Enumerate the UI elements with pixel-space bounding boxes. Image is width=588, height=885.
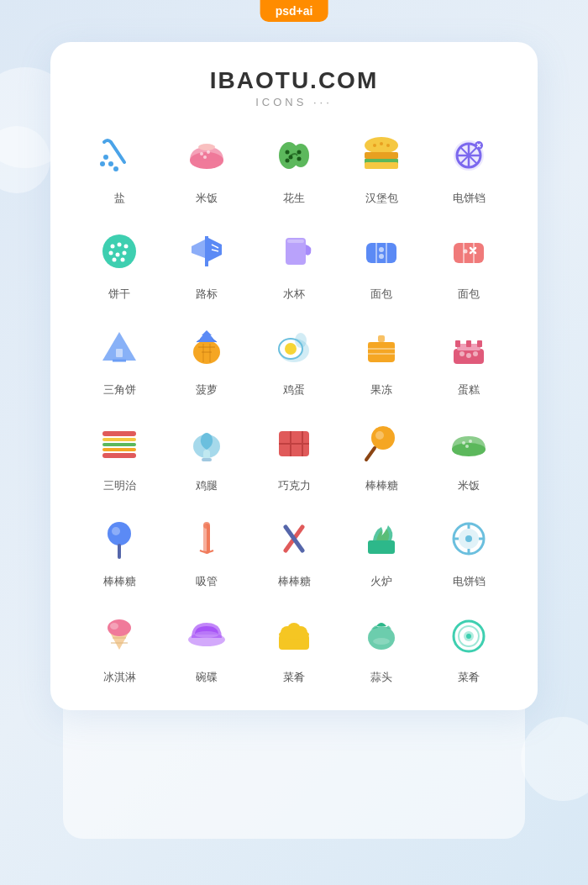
icon-label-caiqin2: 菜肴: [458, 670, 480, 685]
svg-point-5: [198, 144, 215, 150]
icon-item-bangbangtang1: 棒棒糖: [338, 413, 425, 493]
icon-box-bingqilin: [89, 604, 150, 665]
icon-label-bingqilin: 冰淇淋: [103, 670, 136, 685]
icon-label-bangbangtang1: 棒棒糖: [365, 478, 398, 493]
icon-item-dianbingjia2: 电饼铛: [425, 508, 512, 589]
icon-box-xiguan: [176, 508, 237, 569]
icon-box-sanjiaobeng: [89, 317, 150, 377]
card-subtitle: ICONS ···: [76, 96, 512, 108]
svg-point-14: [297, 150, 302, 155]
icon-box-bangbangtang2: [89, 508, 150, 569]
svg-rect-85: [102, 438, 136, 441]
format-badge: psd+ai: [260, 0, 328, 22]
svg-point-0: [103, 155, 108, 160]
svg-point-12: [289, 155, 293, 160]
icon-item-caiqin2: 菜肴: [425, 604, 512, 685]
icon-label-mifan2: 米饭: [458, 478, 480, 493]
svg-rect-49: [366, 243, 396, 263]
icon-label-shuibei: 水杯: [283, 287, 305, 302]
svg-rect-72: [368, 342, 395, 347]
icon-box-guodong: [351, 317, 412, 377]
icons-grid: 盐米饭花生汉堡包电饼铛饼干路标水杯面包面包三角饼菠萝鸡蛋果冻蛋糕三明治鸡腿巧克力…: [76, 125, 512, 685]
icon-box-huasheng: [264, 125, 324, 186]
svg-point-101: [469, 440, 472, 443]
icon-label-yan: 盐: [114, 191, 125, 206]
icon-item-yan: 盐: [76, 125, 163, 206]
svg-point-36: [124, 245, 129, 249]
svg-point-82: [466, 353, 471, 358]
svg-rect-78: [455, 340, 460, 347]
icon-item-xiguan: 吸管: [163, 508, 250, 589]
icon-box-mianbao1: [351, 221, 412, 282]
svg-point-52: [379, 247, 384, 252]
svg-point-20: [373, 144, 376, 147]
svg-point-7: [207, 150, 210, 154]
bg-decoration-3: [521, 717, 588, 801]
icon-label-binggan: 饼干: [108, 287, 130, 302]
icon-item-sanmingzhi: 三明治: [76, 413, 163, 493]
icon-box-huolu: [351, 508, 412, 569]
card-header: IBAOTU.COM ICONS ···: [76, 67, 512, 108]
icon-label-lubiao: 路标: [196, 287, 218, 302]
svg-point-97: [375, 431, 384, 440]
icon-label-huasheng: 花生: [283, 191, 305, 206]
icon-box-jitui: [176, 413, 237, 473]
icon-box-mifan2: [438, 413, 499, 473]
svg-point-13: [286, 159, 290, 163]
icon-item-dianbingjia1: 电饼铛: [425, 125, 512, 206]
icon-box-wandie: [176, 604, 237, 665]
svg-rect-60: [116, 349, 123, 357]
svg-point-35: [118, 243, 122, 247]
svg-marker-43: [208, 238, 222, 261]
svg-rect-19: [365, 162, 398, 169]
svg-point-57: [464, 250, 468, 254]
icon-label-mifan1: 米饭: [196, 191, 218, 206]
svg-rect-86: [102, 443, 136, 446]
icon-label-mianbao1: 面包: [370, 287, 392, 302]
icon-item-qiaokeli: 巧克力: [250, 413, 338, 493]
icon-label-jitui: 鸡腿: [196, 478, 218, 493]
icon-label-bangbangtang2: 棒棒糖: [103, 574, 136, 589]
icon-label-dianbingjia1: 电饼铛: [453, 191, 486, 206]
icon-box-qiaokeli: [264, 413, 324, 473]
svg-point-81: [459, 351, 465, 356]
icon-label-jidan: 鸡蛋: [283, 382, 305, 398]
icon-box-bangbangtang1: [351, 413, 412, 473]
icon-item-mifan1: 米饭: [163, 125, 250, 206]
icon-label-boluo: 菠萝: [196, 382, 218, 398]
icon-item-binggan: 饼干: [76, 221, 163, 302]
icon-label-dianbingjia2: 电饼铛: [453, 574, 486, 589]
icon-box-caiqin1: [264, 604, 324, 665]
svg-rect-75: [378, 335, 385, 342]
icon-box-hanbao: [351, 125, 412, 186]
svg-rect-80: [477, 340, 482, 347]
svg-point-41: [121, 258, 125, 262]
icon-label-qiaokeli: 巧克力: [278, 478, 311, 493]
icon-item-jidan: 鸡蛋: [250, 317, 338, 398]
icon-item-wandie: 碗碟: [163, 604, 250, 685]
svg-point-83: [473, 351, 478, 356]
icon-item-bangbangtang2: 棒棒糖: [76, 508, 163, 589]
svg-point-123: [110, 623, 118, 630]
svg-rect-79: [466, 340, 471, 347]
icon-item-suntou: 蒜头: [338, 604, 425, 685]
svg-rect-48: [287, 240, 304, 243]
icon-box-binggan: [89, 221, 150, 282]
svg-point-104: [112, 527, 120, 535]
icon-label-xiguan: 吸管: [196, 574, 218, 589]
icon-item-boluo: 菠萝: [163, 317, 250, 398]
icon-label-bangbangtang3: 棒棒糖: [278, 574, 311, 589]
svg-point-37: [109, 251, 113, 255]
icon-box-jidan: [264, 317, 324, 377]
svg-point-21: [380, 142, 383, 145]
svg-rect-87: [102, 448, 136, 451]
icon-item-jitui: 鸡腿: [163, 413, 250, 493]
icon-box-caiqin2: [438, 604, 499, 665]
icon-box-boluo: [176, 317, 237, 377]
svg-point-108: [203, 522, 210, 529]
icon-item-sanjiaobeng: 三角饼: [76, 317, 163, 398]
svg-point-11: [286, 150, 290, 155]
svg-point-8: [203, 155, 207, 159]
svg-point-2: [113, 166, 118, 171]
icon-item-bingqilin: 冰淇淋: [76, 604, 163, 685]
